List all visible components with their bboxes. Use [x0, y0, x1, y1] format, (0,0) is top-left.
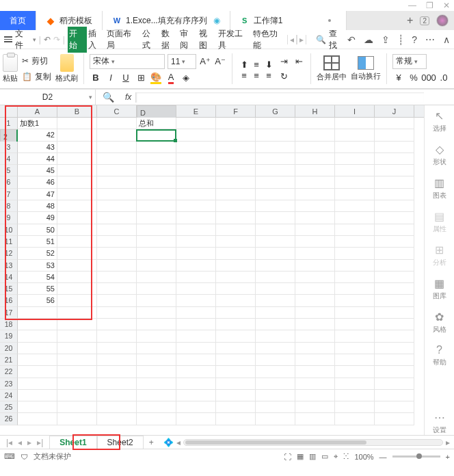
cell[interactable]	[57, 283, 97, 295]
cell[interactable]: 44	[18, 153, 57, 165]
cell[interactable]	[295, 390, 335, 401]
cell[interactable]	[375, 142, 414, 153]
cell[interactable]	[137, 236, 176, 248]
view-btn-5[interactable]: ⌖	[334, 452, 338, 461]
cell[interactable]	[375, 153, 414, 165]
cell[interactable]	[176, 236, 216, 248]
cell[interactable]	[137, 248, 176, 259]
cell[interactable]	[57, 200, 97, 212]
cell[interactable]	[57, 260, 97, 272]
cell[interactable]	[137, 189, 176, 200]
cloud-icon[interactable]: ☁	[364, 34, 373, 45]
cell[interactable]: 46	[18, 176, 57, 188]
row-header[interactable]: 1	[0, 118, 18, 129]
cell[interactable]	[176, 401, 216, 413]
cell[interactable]	[216, 142, 256, 153]
tab-workbook[interactable]: S工作簿1	[230, 11, 347, 30]
row-header[interactable]: 4	[0, 153, 18, 165]
cell[interactable]	[295, 272, 335, 283]
window-restore[interactable]: ❐	[426, 1, 433, 10]
cell[interactable]	[335, 401, 375, 413]
font-grow-button[interactable]: A⁺	[199, 55, 211, 68]
cell[interactable]	[216, 153, 256, 165]
hamburger-icon[interactable]	[4, 36, 12, 42]
cell[interactable]	[57, 189, 97, 200]
indent-dec-button[interactable]: ⇤	[293, 55, 305, 68]
cell[interactable]	[256, 142, 295, 153]
sheet-tab-1[interactable]: Sheet1	[49, 436, 96, 449]
cell[interactable]	[97, 307, 137, 319]
row-header[interactable]: 22	[0, 366, 18, 378]
cell[interactable]	[57, 366, 97, 378]
cell[interactable]	[57, 413, 97, 425]
decimal-inc-button[interactable]: .0	[438, 72, 450, 84]
cell[interactable]	[137, 212, 176, 224]
cell[interactable]	[335, 343, 375, 354]
cell[interactable]	[256, 378, 295, 390]
row-header[interactable]: 8	[0, 200, 18, 212]
cell[interactable]	[256, 366, 295, 378]
cell[interactable]	[256, 319, 295, 330]
cell[interactable]	[256, 153, 295, 165]
sheet-prev-button[interactable]: ◂	[16, 438, 24, 447]
cell[interactable]	[57, 330, 97, 342]
row-header[interactable]: 5	[0, 165, 18, 176]
cell[interactable]	[216, 176, 256, 188]
row-header[interactable]: 13	[0, 260, 18, 272]
view-btn-1[interactable]: ⛶	[284, 453, 291, 461]
cell[interactable]	[335, 366, 375, 378]
cell[interactable]	[57, 248, 97, 259]
cell[interactable]	[216, 319, 256, 330]
cell[interactable]	[216, 212, 256, 224]
ribbon-tab-start[interactable]: 开始	[68, 27, 87, 53]
row-header[interactable]: 23	[0, 378, 18, 390]
sidepanel-analyze[interactable]: ⊞分析	[433, 243, 446, 267]
file-menu[interactable]: 文件▾	[15, 28, 36, 51]
ribbon-tab-layout[interactable]: 页面布局	[105, 28, 140, 51]
horizontal-scrollbar[interactable]	[183, 439, 443, 446]
spreadsheet-grid[interactable]: A B C D E F G H I J 1加数1总和24234344454564…	[0, 105, 424, 435]
cell[interactable]	[216, 401, 256, 413]
cell[interactable]	[176, 413, 216, 425]
cell[interactable]	[176, 366, 216, 378]
cell[interactable]	[97, 260, 137, 272]
cell[interactable]	[335, 189, 375, 200]
cell[interactable]	[335, 118, 375, 129]
cell[interactable]	[97, 283, 137, 295]
cell[interactable]	[216, 378, 256, 390]
cell[interactable]	[97, 272, 137, 283]
col-header-A[interactable]: A	[18, 105, 57, 117]
scroll-left-icon[interactable]: 💠	[163, 438, 174, 447]
fill-color-button[interactable]: 🎨	[150, 72, 162, 84]
font-name-select[interactable]: 宋体▾	[90, 54, 165, 69]
cell[interactable]	[216, 413, 256, 425]
cell[interactable]	[375, 366, 414, 378]
col-header-I[interactable]: I	[335, 105, 375, 117]
cell[interactable]	[216, 189, 256, 200]
cell[interactable]	[176, 142, 216, 153]
cell[interactable]	[375, 413, 414, 425]
cell[interactable]	[335, 354, 375, 366]
cell[interactable]	[176, 330, 216, 342]
sidepanel-style[interactable]: ✿风格	[433, 310, 446, 334]
magnify-icon[interactable]: 🔍	[96, 92, 121, 103]
cell[interactable]: 48	[18, 200, 57, 212]
cell[interactable]	[137, 366, 176, 378]
cell[interactable]	[375, 189, 414, 200]
cell[interactable]	[57, 129, 97, 141]
cell[interactable]	[137, 272, 176, 283]
align-right-button[interactable]: ≡	[263, 70, 275, 82]
fx-icon[interactable]: fx	[121, 92, 135, 102]
row-header[interactable]: 14	[0, 272, 18, 283]
cell[interactable]	[375, 283, 414, 295]
cell[interactable]	[295, 366, 335, 378]
cell[interactable]	[295, 176, 335, 188]
sheet-next-button[interactable]: ▸	[25, 438, 34, 447]
cell[interactable]	[57, 354, 97, 366]
cell[interactable]	[176, 354, 216, 366]
cell[interactable]	[295, 283, 335, 295]
cell[interactable]	[216, 272, 256, 283]
cell[interactable]: 45	[18, 165, 57, 176]
name-box[interactable]: D2▾	[0, 90, 96, 105]
row-header[interactable]: 3	[0, 142, 18, 153]
